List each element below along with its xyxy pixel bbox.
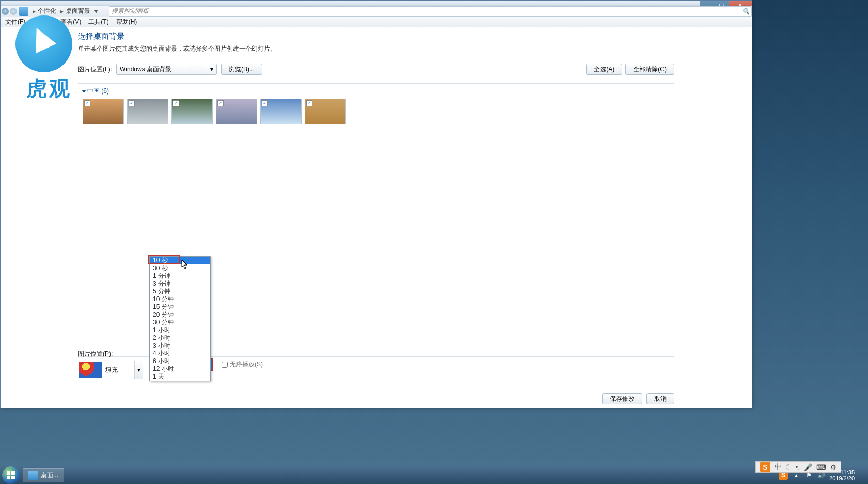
svg-rect-0 [7, 471, 10, 475]
caret-icon [82, 90, 86, 92]
svg-rect-1 [11, 471, 15, 475]
taskbar-app-label: 桌面... [41, 471, 58, 480]
titlebar: ▁ ▢ ✕ [1, 1, 752, 6]
svg-rect-3 [11, 476, 15, 479]
keyboard-icon[interactable]: ⌨ [816, 463, 826, 471]
page-subtitle: 单击某个图片使其成为您的桌面背景，或选择多个图片创建一个幻灯片。 [78, 44, 674, 53]
thumb-checkbox[interactable]: ✓ [262, 100, 268, 106]
control-panel-window: ▁ ▢ ✕ ‹ › ▸ 个性化 ▸ 桌面背景 ▾ 搜索控制面板 🔍 文件(F) … [0, 0, 752, 408]
search-icon[interactable]: 🔍 [742, 8, 749, 15]
back-button[interactable]: ‹ [2, 8, 9, 15]
breadcrumb-level1[interactable]: 个性化 [36, 7, 58, 15]
thumb-checkbox[interactable]: ✓ [306, 100, 312, 106]
ime-toolbar[interactable]: S 中 ☾ •, 🎤 ⌨ ⚙ [755, 461, 841, 473]
chevron-down-icon[interactable]: ▾ [134, 361, 143, 379]
thumb-checkbox[interactable]: ✓ [217, 100, 224, 106]
address-bar: ‹ › ▸ 个性化 ▸ 桌面背景 ▾ 搜索控制面板 🔍 [1, 6, 752, 17]
interval-option[interactable]: 30 分钟 [150, 319, 210, 326]
breadcrumb[interactable]: ▸ 个性化 ▸ 桌面背景 ▾ [30, 7, 98, 15]
start-button[interactable] [2, 466, 20, 484]
wallpaper-thumb[interactable]: ✓ [216, 99, 257, 124]
menu-file[interactable]: 文件(F) [2, 17, 29, 27]
interval-option[interactable]: 5 分钟 [150, 288, 210, 295]
wallpaper-thumb[interactable]: ✓ [305, 99, 346, 124]
breadcrumb-level2[interactable]: 桌面背景 [64, 7, 92, 15]
group-header[interactable]: 中国 (6) [83, 87, 670, 96]
chevron-right-icon[interactable]: ▸ [30, 8, 36, 15]
interval-option[interactable]: 2 小时 [150, 334, 210, 342]
interval-option[interactable]: 15 分钟 [150, 303, 210, 311]
thumb-checkbox[interactable]: ✓ [129, 100, 135, 106]
search-placeholder: 搜索控制面板 [112, 7, 149, 15]
forward-button[interactable]: › [10, 8, 17, 15]
ime-punct-icon[interactable]: •, [796, 463, 800, 471]
position-preview-icon [79, 362, 102, 378]
interval-option[interactable]: 1 分钟 [150, 272, 210, 280]
shuffle-checkbox[interactable] [222, 362, 228, 368]
wallpaper-thumb[interactable]: ✓ [260, 99, 302, 124]
thumbnail-row: ✓ ✓ ✓ ✓ ✓ ✓ [83, 99, 670, 124]
position-value: 填充 [102, 366, 134, 374]
show-desktop-button[interactable] [859, 468, 863, 482]
content-area: 选择桌面背景 单击某个图片使其成为您的桌面背景，或选择多个图片创建一个幻灯片。 … [1, 27, 752, 383]
interval-option[interactable]: 10 秒 [150, 257, 210, 264]
location-select[interactable]: Windows 桌面背景 ▾ [116, 64, 217, 75]
sogou-icon[interactable]: S [760, 462, 770, 472]
ime-lang[interactable]: 中 [775, 462, 781, 472]
clock-date: 2019/2/20 [829, 475, 855, 481]
menu-edit[interactable]: 编辑(E) [29, 17, 57, 27]
location-value: Windows 桌面背景 [120, 65, 171, 74]
select-all-button[interactable]: 全选(A) [586, 64, 622, 75]
thumb-checkbox[interactable]: ✓ [173, 100, 179, 106]
menu-help[interactable]: 帮助(H) [113, 17, 141, 27]
chevron-right-icon[interactable]: ▸ [58, 8, 64, 15]
chevron-down-icon: ▾ [210, 66, 213, 73]
page-title: 选择桌面背景 [78, 32, 674, 41]
position-select[interactable]: 填充 ▾ [78, 361, 143, 379]
mic-icon[interactable]: 🎤 [804, 463, 812, 471]
app-icon [28, 471, 38, 480]
save-button[interactable]: 保存修改 [602, 393, 642, 404]
clear-all-button[interactable]: 全部清除(C) [625, 64, 674, 75]
group-name: 中国 (6) [87, 87, 109, 96]
location-label: 图片位置(L): [78, 65, 112, 74]
interval-option[interactable]: 20 分钟 [150, 311, 210, 319]
interval-option[interactable]: 1 天 [150, 373, 210, 381]
interval-option[interactable]: 12 小时 [150, 365, 210, 373]
wallpaper-thumb[interactable]: ✓ [83, 99, 124, 124]
folder-icon [19, 7, 28, 16]
interval-option[interactable]: 4 小时 [150, 350, 210, 357]
menu-tools[interactable]: 工具(T) [85, 17, 112, 27]
taskbar: 桌面... S ▴ ⚑ 🔊 11:35 2019/2/20 [0, 466, 868, 484]
shuffle-label: 无序播放(S) [230, 360, 263, 369]
interval-option[interactable]: 6 小时 [150, 357, 210, 365]
interval-option[interactable]: 30 秒 [150, 264, 210, 272]
shuffle-option[interactable]: 无序播放(S) [222, 360, 263, 369]
footer-buttons: 保存修改 取消 [602, 393, 674, 404]
interval-option[interactable]: 10 分钟 [150, 295, 210, 303]
position-label: 图片位置(P): [78, 350, 143, 358]
cancel-button[interactable]: 取消 [646, 393, 674, 404]
menu-bar: 文件(F) 编辑(E) 查看(V) 工具(T) 帮助(H) [1, 17, 752, 27]
menu-view[interactable]: 查看(V) [57, 17, 85, 27]
location-row: 图片位置(L): Windows 桌面背景 ▾ 浏览(B)... 全选(A) 全… [78, 64, 674, 75]
chevron-down-icon[interactable]: ▾ [92, 8, 98, 15]
search-input[interactable]: 搜索控制面板 🔍 [109, 6, 752, 17]
taskbar-app-button[interactable]: 桌面... [23, 468, 64, 482]
interval-option[interactable]: 3 分钟 [150, 280, 210, 288]
settings-icon[interactable]: ⚙ [830, 463, 837, 471]
wallpaper-thumb[interactable]: ✓ [171, 99, 213, 124]
wallpaper-thumb[interactable]: ✓ [127, 99, 168, 124]
browse-button[interactable]: 浏览(B)... [221, 64, 262, 75]
thumb-checkbox[interactable]: ✓ [84, 100, 90, 106]
moon-icon[interactable]: ☾ [785, 463, 792, 471]
interval-option[interactable]: 1 小时 [150, 326, 210, 334]
cursor-icon [181, 260, 188, 269]
interval-dropdown[interactable]: 10 秒30 秒1 分钟3 分钟5 分钟10 分钟15 分钟20 分钟30 分钟… [149, 256, 211, 381]
svg-rect-2 [7, 476, 10, 479]
interval-option[interactable]: 3 小时 [150, 342, 210, 350]
